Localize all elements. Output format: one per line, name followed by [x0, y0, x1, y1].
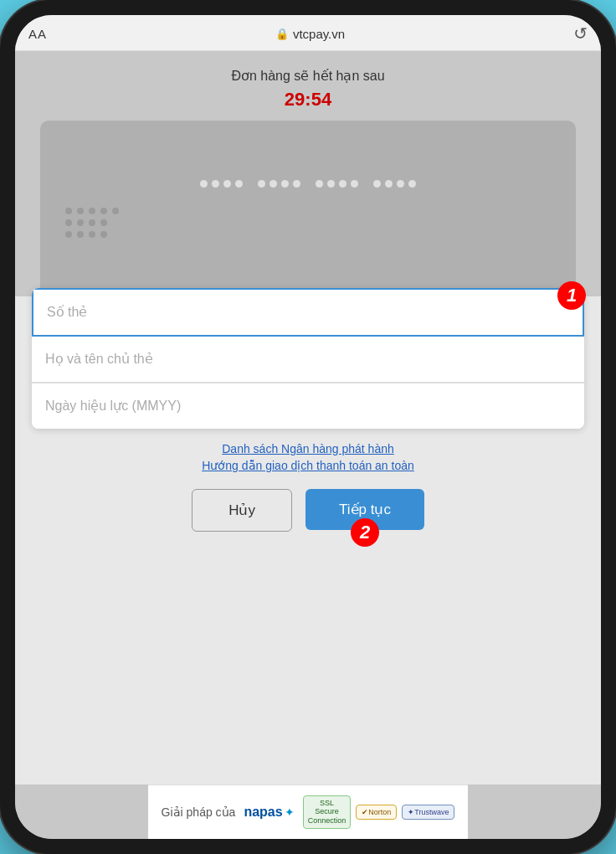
expiry-input[interactable]	[32, 383, 584, 429]
safe-guide-link[interactable]: Hướng dẫn giao dịch thanh toán an toàn	[32, 459, 584, 472]
browser-aa: AA	[28, 27, 47, 41]
bank-list-link[interactable]: Danh sách Ngân hàng phát hành	[32, 442, 584, 455]
top-section: Đơn hàng sẽ hết hạn sau 29:54	[15, 51, 601, 121]
dot	[373, 180, 381, 188]
page-content: Đơn hàng sẽ hết hạn sau 29:54	[15, 51, 601, 839]
dot	[200, 180, 208, 188]
url-text: vtcpay.vn	[293, 27, 345, 41]
trustwave-badge: ✦Trustwave	[402, 805, 454, 820]
browser-bar: AA 🔒 vtcpay.vn ↻	[15, 15, 601, 51]
ssl-badge: SSL Secure Connection	[303, 795, 352, 829]
footer-section: Giải pháp của napas ✦ SSL Secure Connect…	[148, 785, 469, 839]
expires-label: Đơn hàng sẽ hết hạn sau	[28, 68, 588, 84]
norton-badge: ✔Norton	[356, 805, 397, 820]
cardholder-name-input[interactable]	[32, 337, 584, 383]
dot	[397, 180, 404, 188]
dot	[385, 180, 393, 188]
badge-2: 2	[351, 518, 379, 547]
napas-star: ✦	[285, 805, 295, 819]
browser-url-bar: 🔒 vtcpay.vn	[275, 27, 345, 41]
dot	[223, 180, 231, 188]
dot	[293, 180, 300, 188]
dot	[258, 180, 265, 188]
napas-logo: napas ✦	[244, 805, 294, 820]
napas-text: napas	[244, 805, 282, 820]
dot	[408, 180, 416, 188]
phone-frame: AA 🔒 vtcpay.vn ↻ Đơn hàng sẽ hết hạn sau…	[0, 0, 616, 854]
links-section: Danh sách Ngân hàng phát hành Hướng dẫn …	[32, 442, 584, 472]
buttons-row: Hủy Tiếp tục 2	[32, 489, 584, 532]
badge-1: 1	[557, 281, 586, 310]
cancel-button[interactable]: Hủy	[192, 489, 292, 532]
dot	[339, 180, 346, 188]
card-placeholder	[40, 121, 576, 296]
card-lines	[65, 208, 119, 238]
dot	[270, 180, 277, 188]
card-dots-row-1	[200, 180, 416, 188]
form-panel: 1 Danh sách Ngân hàng phát hành Hướng dẫ…	[15, 296, 601, 785]
dot	[327, 180, 335, 188]
dot	[316, 180, 323, 188]
countdown-timer: 29:54	[28, 89, 588, 111]
dot	[281, 180, 289, 188]
refresh-icon[interactable]: ↻	[573, 23, 588, 44]
solution-label: Giải pháp của	[162, 805, 236, 819]
dot	[235, 180, 243, 188]
dot	[351, 180, 358, 188]
input-card	[32, 288, 584, 429]
continue-button-wrapper: Tiếp tục 2	[305, 489, 424, 532]
dot	[212, 180, 219, 188]
security-badges: SSL Secure Connection ✔Norton ✦Trustwave	[303, 795, 455, 829]
phone-screen: AA 🔒 vtcpay.vn ↻ Đơn hàng sẽ hết hạn sau…	[15, 15, 601, 839]
card-number-input[interactable]	[32, 288, 584, 337]
lock-icon: 🔒	[275, 28, 289, 40]
